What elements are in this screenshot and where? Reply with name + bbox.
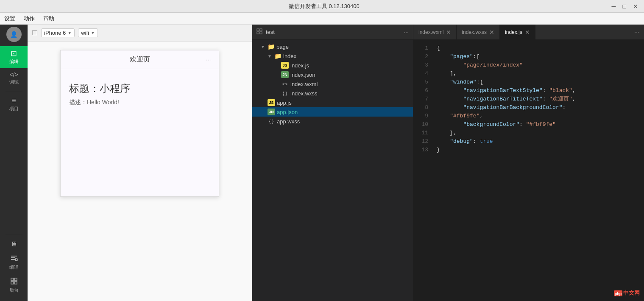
- line-num-12: 12: [413, 137, 428, 146]
- main-layout: 👤 ⊡ 编辑 </> 调试 ≡ 项目 🖥 编译: [0, 25, 644, 301]
- folder-icon-page: 📁: [268, 43, 275, 50]
- line-num-6: 6: [413, 86, 428, 95]
- menu-bar: 设置 动作 帮助: [0, 13, 644, 25]
- menu-help[interactable]: 帮助: [43, 15, 54, 22]
- line-num-11: 11: [413, 129, 428, 137]
- window-controls: ─ □ ✕: [610, 3, 640, 10]
- phone-description: 描述：Hello World!: [69, 99, 210, 106]
- tree-item-app-json[interactable]: JN app.json: [252, 107, 413, 117]
- sidebar-item-compile[interactable]: 编译: [0, 251, 28, 274]
- line-num-7: 7: [413, 95, 428, 103]
- maximize-button[interactable]: □: [621, 3, 628, 10]
- wxml-icon-index: <>: [281, 81, 289, 87]
- tab-index-js-close[interactable]: ✕: [525, 29, 530, 35]
- minimize-button[interactable]: ─: [610, 3, 618, 10]
- line-num-5: 5: [413, 78, 428, 86]
- close-button[interactable]: ✕: [631, 3, 640, 10]
- code-line-1: {: [437, 44, 644, 53]
- network-selector[interactable]: wifi ▼: [78, 28, 98, 37]
- tree-item-index-folder[interactable]: ▼ 📁 index: [252, 51, 413, 61]
- sidebar-item-project-label: 项目: [9, 106, 19, 112]
- sidebar-bottom: 🖥 编译 后台: [0, 233, 28, 301]
- tab-index-wxss-label: index.wxss: [462, 29, 487, 35]
- tree-label-index-js: index.js: [290, 62, 309, 69]
- phone-frame: 欢迎页 ··· 标题：小程序 描述：Hello World!: [60, 50, 219, 197]
- json-icon-index: JN: [281, 71, 289, 78]
- tab-index-wxml-close[interactable]: ✕: [446, 29, 451, 35]
- phone-nav-dots: ···: [206, 57, 212, 63]
- device-name: iPhone 6: [44, 30, 66, 36]
- simulator-toggle[interactable]: ☐: [32, 29, 38, 37]
- svg-rect-12: [260, 32, 262, 34]
- device-selector[interactable]: iPhone 6 ▼: [41, 28, 75, 37]
- tab-index-js[interactable]: index.js ✕: [500, 25, 535, 39]
- tree-item-page[interactable]: ▼ 📁 page: [252, 42, 413, 51]
- simulator-panel: ☐ iPhone 6 ▼ wifi ▼ 欢迎页 ··· 标题：小程序 描述：He…: [28, 25, 252, 301]
- device-arrow-icon: ▼: [67, 31, 72, 35]
- wxss-icon-app: { }: [268, 118, 275, 125]
- compile-icon: [10, 254, 18, 263]
- tree-item-index-wxss[interactable]: { } index.wxss: [252, 89, 413, 98]
- code-editor: index.wxml ✕ index.wxss ✕ index.js ✕ ···…: [413, 25, 644, 301]
- svg-rect-9: [257, 29, 259, 31]
- svg-line-4: [17, 260, 17, 261]
- line-num-9: 9: [413, 112, 428, 120]
- line-num-1: 1: [413, 44, 428, 53]
- code-line-8: "navigationBarBackgroundColor":: [437, 103, 644, 112]
- file-tree-panel: test ··· ▼ 📁 page ▼ 📁 index JS index.js: [252, 25, 413, 301]
- tree-label-page: page: [276, 44, 289, 50]
- editor-tabs-more[interactable]: ···: [630, 25, 644, 39]
- svg-rect-7: [11, 281, 14, 284]
- tab-index-wxml[interactable]: index.wxml ✕: [413, 25, 457, 39]
- tab-index-wxss-close[interactable]: ✕: [489, 29, 494, 35]
- svg-rect-10: [260, 29, 262, 31]
- watermark: php中文网: [614, 289, 640, 297]
- tree-label-index-wxss: index.wxss: [290, 90, 318, 97]
- js-icon-index: JS: [281, 62, 289, 69]
- js-icon-app: JS: [268, 99, 275, 106]
- svg-rect-11: [257, 32, 259, 34]
- phone-screen: 欢迎页 ··· 标题：小程序 描述：Hello World!: [28, 42, 252, 301]
- tree-item-index-wxml[interactable]: <> index.wxml: [252, 79, 413, 89]
- tree-label-app-wxss: app.wxss: [277, 118, 300, 125]
- line-num-4: 4: [413, 70, 428, 78]
- avatar[interactable]: 👤: [6, 27, 22, 42]
- code-line-12: }: [437, 146, 644, 154]
- tree-item-app-wxss[interactable]: { } app.wxss: [252, 117, 413, 126]
- code-content[interactable]: { "pages":[ "page/index/index" ], "windo…: [432, 40, 644, 301]
- sidebar-item-upload[interactable]: 🖥: [0, 237, 28, 251]
- tree-item-index-json[interactable]: JN index.json: [252, 70, 413, 79]
- tree-label-index-json: index.json: [290, 72, 315, 78]
- menu-settings[interactable]: 设置: [4, 15, 15, 22]
- editor-tabs: index.wxml ✕ index.wxss ✕ index.js ✕ ···: [413, 25, 644, 40]
- tree-item-index-js[interactable]: JS index.js: [252, 61, 413, 70]
- tab-index-wxml-label: index.wxml: [418, 29, 443, 35]
- menu-actions[interactable]: 动作: [24, 15, 35, 22]
- tab-index-wxss[interactable]: index.wxss ✕: [457, 25, 500, 39]
- phone-nav-title: 欢迎页: [130, 55, 150, 64]
- code-line-2: "pages":[: [437, 53, 644, 61]
- tree-label-app-js: app.js: [277, 100, 292, 106]
- sidebar-item-editor[interactable]: ⊡ 编辑: [0, 46, 28, 68]
- tab-index-js-label: index.js: [505, 29, 522, 35]
- file-tree-more-button[interactable]: ···: [404, 29, 409, 36]
- file-tree-content: ▼ 📁 page ▼ 📁 index JS index.js JN index.…: [252, 40, 413, 301]
- json-icon-app: JN: [268, 109, 275, 115]
- backstage-icon: [10, 277, 18, 286]
- svg-rect-0: [11, 256, 17, 256]
- code-line-9: "backgroundColor": "#fbf9fe": [437, 120, 644, 129]
- project-icon: ≡: [11, 97, 16, 104]
- sidebar-item-backstage[interactable]: 后台: [0, 274, 28, 297]
- debug-icon: </>: [9, 72, 18, 78]
- sidebar-item-debug[interactable]: </> 调试: [0, 68, 28, 89]
- grid-icon: [256, 28, 262, 36]
- title-bar: 微信开发者工具 0.12.130400 ─ □ ✕: [0, 0, 644, 13]
- sidebar-item-project[interactable]: ≡ 项目: [0, 93, 28, 115]
- svg-rect-1: [11, 257, 15, 258]
- code-line-8b: "#fbf9fe",: [437, 112, 644, 120]
- phone-nav-bar: 欢迎页 ···: [61, 50, 219, 69]
- tree-label-index-wxml: index.wxml: [290, 81, 318, 87]
- tree-item-app-js[interactable]: JS app.js: [252, 98, 413, 107]
- svg-rect-8: [14, 281, 17, 284]
- line-num-2: 2: [413, 53, 428, 61]
